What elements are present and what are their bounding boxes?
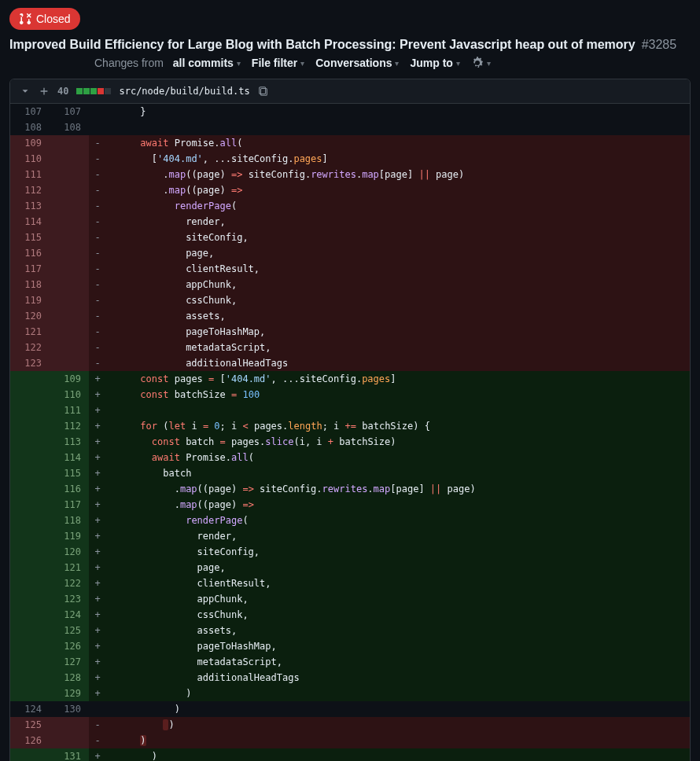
line-number-old[interactable]: 118 [10, 277, 50, 292]
line-number-new[interactable] [50, 135, 89, 151]
line-number-old[interactable]: 119 [10, 292, 50, 308]
diff-line[interactable]: 128+ additionalHeadTags [10, 670, 690, 686]
diff-line[interactable]: 110+ const batchSize = 100 [10, 387, 690, 403]
diff-line[interactable]: 120+ siteConfig, [10, 544, 690, 560]
diff-line[interactable]: 112+ for (let i = 0; i < pages.length; i… [10, 418, 690, 434]
diff-line[interactable]: 111+ [10, 403, 690, 418]
line-number-new[interactable]: 131 [50, 748, 89, 761]
line-number-old[interactable] [10, 591, 50, 607]
code-cell[interactable]: additionalHeadTags [106, 355, 690, 371]
diff-line[interactable]: 114- render, [10, 214, 690, 230]
line-number-new[interactable]: 123 [50, 591, 89, 607]
line-number-new[interactable] [50, 167, 89, 182]
diff-line[interactable]: 127+ metadataScript, [10, 654, 690, 670]
line-number-new[interactable] [50, 340, 89, 355]
code-cell[interactable]: const batch = pages.slice(i, i + batchSi… [106, 434, 690, 450]
line-number-old[interactable] [10, 497, 50, 513]
conversations-dropdown[interactable]: Conversations ▾ [315, 57, 399, 69]
line-number-old[interactable]: 114 [10, 214, 50, 230]
line-number-new[interactable]: 122 [50, 575, 89, 591]
code-cell[interactable]: render, [106, 528, 690, 544]
line-number-old[interactable] [10, 686, 50, 701]
code-cell[interactable]: ['404.md', ...siteConfig.pages] [106, 151, 690, 167]
diff-line[interactable]: 123+ appChunk, [10, 591, 690, 607]
diff-settings-dropdown[interactable]: ▾ [471, 57, 491, 69]
diff-line[interactable]: 121- pageToHashMap, [10, 324, 690, 340]
line-number-new[interactable]: 126 [50, 638, 89, 654]
line-number-old[interactable]: 125 [10, 717, 50, 733]
line-number-new[interactable] [50, 198, 89, 214]
line-number-new[interactable]: 110 [50, 387, 89, 403]
code-cell[interactable]: batch [106, 465, 690, 481]
diff-line[interactable]: 113+ const batch = pages.slice(i, i + ba… [10, 434, 690, 450]
line-number-old[interactable] [10, 623, 50, 638]
line-number-old[interactable]: 113 [10, 198, 50, 214]
line-number-new[interactable]: 107 [50, 104, 89, 119]
diff-line[interactable]: 109- await Promise.all( [10, 135, 690, 151]
diff-line[interactable]: 117+ .map((page) => [10, 497, 690, 513]
code-cell[interactable]: ) [106, 701, 690, 717]
diff-line[interactable]: 107107 } [10, 104, 690, 119]
line-number-old[interactable] [10, 418, 50, 434]
line-number-new[interactable]: 116 [50, 481, 89, 497]
line-number-old[interactable] [10, 638, 50, 654]
line-number-old[interactable]: 124 [10, 701, 50, 717]
diff-line[interactable]: 117- clientResult, [10, 261, 690, 277]
diff-line[interactable]: 109+ const pages = ['404.md', ...siteCon… [10, 371, 690, 387]
line-number-new[interactable]: 119 [50, 528, 89, 544]
line-number-new[interactable]: 124 [50, 607, 89, 623]
diff-line[interactable]: 122- metadataScript, [10, 340, 690, 355]
line-number-new[interactable]: 128 [50, 670, 89, 686]
diff-line[interactable]: 131+ ) [10, 748, 690, 761]
line-number-old[interactable]: 109 [10, 135, 50, 151]
line-number-new[interactable]: 129 [50, 686, 89, 701]
diff-line[interactable]: 126- ) [10, 733, 690, 748]
code-cell[interactable]: const pages = ['404.md', ...siteConfig.p… [106, 371, 690, 387]
diff-line[interactable]: 125- ) [10, 717, 690, 733]
code-cell[interactable]: } [106, 104, 690, 119]
line-number-old[interactable]: 121 [10, 324, 50, 340]
line-number-old[interactable]: 116 [10, 245, 50, 261]
code-cell[interactable]: metadataScript, [106, 340, 690, 355]
line-number-old[interactable] [10, 450, 50, 465]
line-number-old[interactable] [10, 434, 50, 450]
code-cell[interactable] [106, 119, 690, 135]
diff-line[interactable]: 108108 [10, 119, 690, 135]
line-number-new[interactable] [50, 355, 89, 371]
line-number-old[interactable] [10, 575, 50, 591]
line-number-old[interactable]: 120 [10, 308, 50, 324]
line-number-old[interactable] [10, 465, 50, 481]
line-number-new[interactable]: 113 [50, 434, 89, 450]
diff-line[interactable]: 119- cssChunk, [10, 292, 690, 308]
line-number-new[interactable] [50, 308, 89, 324]
line-number-old[interactable]: 107 [10, 104, 50, 119]
line-number-new[interactable] [50, 733, 89, 748]
code-cell[interactable]: .map((page) => [106, 182, 690, 198]
expand-all-icon[interactable] [39, 86, 50, 97]
code-cell[interactable]: ) [106, 748, 690, 761]
code-cell[interactable]: .map((page) => [106, 497, 690, 513]
code-cell[interactable]: appChunk, [106, 591, 690, 607]
diff-line[interactable]: 123- additionalHeadTags [10, 355, 690, 371]
line-number-new[interactable] [50, 245, 89, 261]
diff-line[interactable]: 124130 ) [10, 701, 690, 717]
diff-line[interactable]: 118- appChunk, [10, 277, 690, 292]
code-cell[interactable]: await Promise.all( [106, 135, 690, 151]
line-number-old[interactable] [10, 481, 50, 497]
line-number-new[interactable] [50, 182, 89, 198]
code-cell[interactable]: ) [106, 686, 690, 701]
line-number-new[interactable]: 112 [50, 418, 89, 434]
line-number-old[interactable] [10, 670, 50, 686]
code-cell[interactable]: page, [106, 245, 690, 261]
line-number-new[interactable] [50, 717, 89, 733]
diff-line[interactable]: 110- ['404.md', ...siteConfig.pages] [10, 151, 690, 167]
copy-icon[interactable] [258, 86, 269, 97]
code-cell[interactable]: .map((page) => siteConfig.rewrites.map[p… [106, 481, 690, 497]
code-cell[interactable]: clientResult, [106, 575, 690, 591]
diff-line[interactable]: 129+ ) [10, 686, 690, 701]
code-cell[interactable]: assets, [106, 308, 690, 324]
code-cell[interactable]: ) [106, 733, 690, 748]
line-number-new[interactable] [50, 230, 89, 245]
file-filter-dropdown[interactable]: File filter ▾ [252, 57, 304, 69]
line-number-old[interactable] [10, 607, 50, 623]
